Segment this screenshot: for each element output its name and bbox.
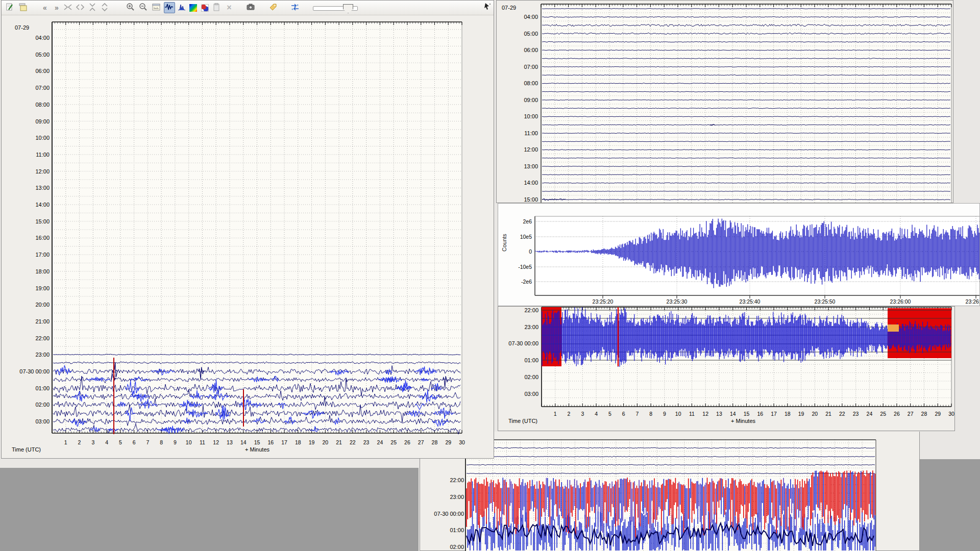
row-label: 07:00 [524,64,538,70]
minutes-axis-label: + Minutes [231,446,284,453]
row-label: 02:00 [450,544,464,550]
row-label: 11:00 [524,130,538,136]
compress-rows-button[interactable] [87,2,99,13]
xtick-label: 23:26:00 [890,298,911,305]
capture-image-button[interactable] [246,2,257,13]
open-file-button[interactable] [5,2,16,13]
minute-numbers: 1234567891011121314151617181920212223242… [554,411,954,417]
row-label: 04:00 [524,14,538,20]
detach-button[interactable] [483,2,493,13]
wave-view-button[interactable] [164,2,175,13]
row-labels: 22:0023:0007-30 00:0001:0002:00 [434,477,464,550]
minute-tick-label: 3 [581,411,584,417]
minute-numbers: 1234567891011121314151617181920212223242… [64,439,465,445]
minute-tick-label: 8 [649,411,652,417]
tag-event-icon [268,3,278,12]
row-label: 05:00 [35,52,50,58]
scroll-back-icon: « [43,4,47,11]
remove-wave-button[interactable]: × [224,2,235,13]
tag-event-button[interactable] [268,2,279,13]
zoom-out-button[interactable] [138,2,150,13]
minutes-axis-label: + Minutes [718,418,769,424]
expand-rows-button[interactable] [100,2,111,13]
desktop: 22:0023:0007-30 00:0001:0002:00 07-29 04… [0,0,980,551]
row-label: 06:00 [35,68,50,74]
row-labels: 04:0005:0006:0007:0008:0009:0010:0011:00… [19,35,50,424]
row-label: 15:00 [524,196,538,203]
xtick-label: 23:25:40 [740,298,761,305]
minute-tick-label: 9 [663,411,666,417]
row-label: 07:00 [35,85,50,91]
export-data-icon [290,3,300,12]
minute-tick-label: 12 [213,439,219,445]
copy-clipboard-button[interactable] [211,2,223,13]
minute-tick-label: 16 [267,439,274,445]
minute-tick-label: 7 [635,411,639,417]
view-settings-icon [152,3,161,12]
spectra-view-icon [177,3,186,12]
row-label: 02:00 [524,374,538,380]
particle-view-button[interactable] [199,2,210,13]
minute-tick-label: 12 [702,411,708,417]
helicorder-plot-upper-right[interactable]: 04:0005:0006:0007:0008:0009:0010:0011:00… [497,1,953,203]
helicorder-plot-main[interactable]: 04:0005:0006:0007:0008:0009:0010:0011:00… [2,15,494,459]
ytick-label: -10e5 [518,264,532,270]
ytick-label: 0 [529,248,532,255]
row-label: 01:00 [35,385,50,391]
minute-tick-label: 18 [785,411,791,417]
helicorder-plot-mid-right[interactable]: 22:0023:0007-30 00:0001:0002:0003:001234… [498,307,954,431]
minute-tick-label: 10 [675,411,681,417]
row-labels: 04:0005:0006:0007:0008:0009:0010:0011:00… [524,14,538,203]
zoom-slider-thumb[interactable] [343,4,353,13]
minute-tick-label: 27 [908,411,914,417]
minute-tick-label: 24 [867,411,873,417]
expand-time-button[interactable] [75,2,86,13]
minute-tick-label: 30 [948,411,954,417]
minute-tick-label: 17 [281,439,287,445]
ytick-label: -2e6 [521,279,532,285]
row-label: 23:00 [450,494,464,500]
row-label: 11:00 [36,152,50,158]
minute-tick-label: 20 [812,411,818,417]
minute-tick-label: 7 [146,439,149,445]
scroll-forward-icon: » [55,4,59,11]
row-label: 14:00 [35,202,50,208]
row-label: 02:00 [35,402,50,408]
minute-tick-label: 2 [78,439,81,445]
minute-tick-label: 28 [921,411,927,417]
row-label: 12:00 [524,146,538,153]
compress-time-button[interactable] [63,2,74,13]
minute-tick-label: 10 [186,439,192,445]
view-settings-button[interactable] [151,2,162,13]
row-label: 08:00 [524,80,538,86]
minute-tick-label: 25 [390,439,397,445]
zoom-out-icon [139,3,148,12]
helicorder-plot-bottom[interactable]: 22:0023:0007-30 00:0001:0002:00 [420,432,920,551]
scroll-forward-button[interactable]: » [51,2,62,13]
expand-time-icon [76,3,85,12]
row-label: 07-30 00:00 [508,340,538,346]
save-layout-button[interactable] [18,2,29,13]
minute-tick-label: 5 [608,411,611,417]
minute-tick-label: 18 [295,439,301,445]
minute-tick-label: 4 [105,439,108,445]
row-label: 10:00 [35,135,50,141]
zoom-slider[interactable] [313,6,358,11]
minute-tick-label: 16 [757,411,763,417]
row-label: 01:00 [450,527,464,533]
spectrogram-view-button[interactable] [187,2,199,13]
row-label: 10:00 [524,113,538,119]
minute-tick-label: 3 [91,439,94,445]
ytick-label: 10e5 [520,234,532,240]
row-label: 06:00 [524,47,538,53]
scroll-back-button[interactable]: « [39,2,51,13]
minute-tick-label: 22 [839,411,845,417]
minute-tick-label: 1 [554,411,557,417]
row-label: 13:00 [524,163,538,169]
spectra-view-button[interactable] [177,2,188,13]
export-data-button[interactable] [290,2,301,13]
row-label: 09:00 [524,97,538,103]
zoom-in-button[interactable] [126,2,137,13]
row-label: 22:00 [450,477,464,483]
wave-plot[interactable]: 2e610e50-10e5-2e623:25:2023:25:3023:25:4… [498,204,980,306]
